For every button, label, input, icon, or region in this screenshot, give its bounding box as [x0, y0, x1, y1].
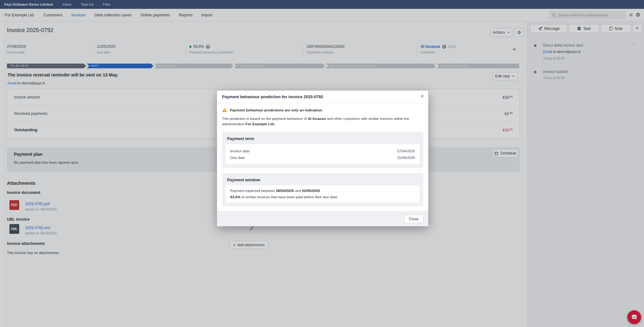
warning-icon: [222, 108, 227, 112]
modal-body: Payment behaviour predictions are only a…: [217, 103, 428, 211]
payment-term-card: Invoice date 27/04/2025 Due date 11/05/2…: [226, 144, 419, 164]
warning-text: Payment behaviour predictions are only a…: [230, 108, 323, 112]
due-date-row: Due date 11/05/2025: [230, 154, 415, 161]
modal-title: Payment behaviour prediction for invoice…: [222, 94, 323, 99]
invoice-date-row: Invoice date 27/04/2025: [230, 148, 415, 154]
payment-window-stat: 93.6% of similar invoices that have been…: [230, 195, 415, 199]
close-button[interactable]: Close: [404, 215, 423, 223]
payment-term-heading: Payment term: [226, 136, 419, 144]
payment-term-panel: Payment term Invoice date 27/04/2025 Due…: [222, 132, 423, 168]
modal-header: Payment behaviour prediction for invoice…: [217, 91, 428, 103]
close-icon[interactable]: ×: [421, 93, 424, 99]
payment-window-card: Payment expected between 28/04/2025 and …: [226, 185, 419, 202]
modal-footer: Close: [217, 211, 428, 226]
payment-window-range: Payment expected between 28/04/2025 and …: [230, 189, 415, 193]
prediction-description: This prediction is based on the payment …: [222, 116, 414, 127]
payment-window-panel: Payment window Payment expected between …: [222, 173, 423, 206]
prediction-warning: Payment behaviour predictions are only a…: [222, 108, 423, 112]
payment-window-heading: Payment window: [226, 177, 419, 185]
payment-prediction-modal: Payment behaviour prediction for invoice…: [217, 91, 428, 226]
